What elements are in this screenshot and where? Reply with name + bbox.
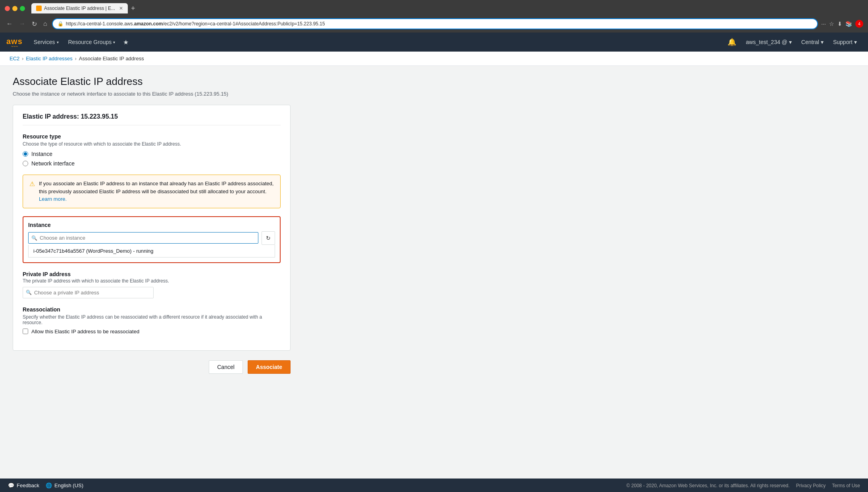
resource-type-label: Resource type — [23, 133, 281, 140]
new-tab-button[interactable]: + — [131, 4, 135, 13]
instance-dropdown-option[interactable]: i-05e347c71b46a5567 (WordPress_Demo) - r… — [28, 245, 275, 258]
footer-right: © 2008 - 2020, Amazon Web Services, Inc.… — [626, 483, 860, 488]
private-ip-input[interactable] — [23, 287, 154, 298]
services-label: Services — [34, 39, 55, 45]
private-ip-label: Private IP address — [23, 271, 281, 277]
footer-left: 💬 Feedback 🌐 English (US) — [8, 482, 83, 488]
copyright-text: © 2008 - 2020, Amazon Web Services, Inc.… — [626, 483, 789, 488]
resource-groups-nav-item[interactable]: Resource Groups ▾ — [64, 33, 120, 52]
breadcrumb-current: Associate Elastic IP address — [79, 56, 144, 62]
resource-type-radio-group: Instance Network interface — [23, 151, 281, 167]
footer: 💬 Feedback 🌐 English (US) © 2008 - 2020,… — [0, 479, 868, 492]
warning-icon: ⚠ — [29, 180, 35, 188]
user-avatar[interactable]: 4 — [855, 20, 863, 28]
instance-radio-item[interactable]: Instance — [23, 151, 281, 157]
language-selector[interactable]: 🌐 English (US) — [46, 482, 83, 488]
feedback-button[interactable]: 💬 Feedback — [8, 482, 39, 488]
breadcrumb-elastic-ips-link[interactable]: Elastic IP addresses — [26, 56, 73, 62]
terms-of-use-link[interactable]: Terms of Use — [832, 483, 860, 488]
reassociation-checkbox-input[interactable] — [23, 329, 28, 334]
page-title: Associate Elastic IP address — [13, 75, 855, 88]
reassociation-label: Reassociation — [23, 306, 281, 313]
support-menu[interactable]: Support ▾ — [828, 39, 862, 45]
browser-actions: ··· ☆ ⬇ 📚 4 — [821, 20, 863, 28]
instance-section: Instance 🔍 ↻ i-05e347c71b46a5567 (WordPr… — [23, 216, 281, 263]
instance-search-input[interactable] — [28, 232, 258, 244]
tab-close-button[interactable]: ✕ — [119, 6, 123, 11]
reassociation-desc: Specify whether the Elastic IP address c… — [23, 314, 281, 325]
tab-favicon — [36, 6, 42, 11]
privacy-policy-link[interactable]: Privacy Policy — [796, 483, 826, 488]
close-window-button[interactable] — [5, 6, 10, 11]
private-ip-search-icon: 🔍 — [26, 290, 32, 295]
breadcrumb-sep-1: › — [22, 56, 23, 62]
region-chevron-icon: ▾ — [821, 39, 824, 45]
reload-button[interactable]: ↻ — [30, 19, 38, 29]
maximize-window-button[interactable] — [20, 6, 25, 11]
lock-icon: 🔒 — [58, 21, 64, 27]
card-header: Elastic IP address: 15.223.95.15 — [23, 113, 281, 125]
private-ip-desc: The private IP address with which to ass… — [23, 278, 281, 284]
favorites-star-icon[interactable]: ★ — [120, 38, 132, 46]
learn-more-link[interactable]: Learn more. — [39, 196, 67, 202]
user-chevron-icon: ▾ — [789, 39, 792, 45]
services-chevron-icon: ▾ — [57, 40, 59, 44]
page-subtitle: Choose the instance or network interface… — [13, 91, 855, 97]
browser-chrome: Associate Elastic IP address | E... ✕ + — [0, 0, 868, 17]
minimize-window-button[interactable] — [12, 6, 17, 11]
resource-groups-chevron-icon: ▾ — [113, 40, 115, 44]
network-interface-radio-label: Network interface — [31, 160, 75, 167]
instance-radio-label: Instance — [31, 151, 52, 157]
globe-icon: 🌐 — [46, 482, 52, 488]
window-controls — [5, 6, 25, 11]
bookmarks-icon[interactable]: 📚 — [845, 21, 852, 27]
aws-logo-tilde: ~~~ — [6, 46, 23, 48]
network-interface-radio-item[interactable]: Network interface — [23, 160, 281, 167]
instance-radio-input[interactable] — [23, 151, 28, 157]
support-label: Support — [833, 39, 853, 45]
network-interface-radio-input[interactable] — [23, 161, 28, 166]
private-ip-search-wrapper: 🔍 — [23, 287, 154, 298]
private-ip-section: Private IP address The private IP addres… — [23, 271, 281, 298]
instance-search-wrapper: 🔍 ↻ — [28, 231, 275, 245]
region-menu[interactable]: Central ▾ — [797, 39, 828, 45]
warning-text: If you associate an Elastic IP address t… — [39, 180, 274, 203]
reassociation-checkbox-item[interactable]: Allow this Elastic IP address to be reas… — [23, 329, 281, 334]
bookmark-icon[interactable]: ☆ — [829, 21, 834, 27]
resource-type-desc: Choose the type of resource with which t… — [23, 141, 281, 147]
breadcrumb-sep-2: › — [75, 56, 77, 62]
breadcrumb: EC2 › Elastic IP addresses › Associate E… — [0, 52, 868, 66]
back-button[interactable]: ← — [5, 19, 14, 29]
instance-section-label: Instance — [28, 222, 275, 228]
cancel-button[interactable]: Cancel — [209, 360, 243, 374]
instance-refresh-button[interactable]: ↻ — [262, 231, 275, 245]
user-label: aws_test_234 @ — [746, 39, 787, 45]
support-chevron-icon: ▾ — [854, 39, 857, 45]
browser-tab[interactable]: Associate Elastic IP address | E... ✕ — [31, 3, 128, 13]
aws-nav: aws ~~~ Services ▾ Resource Groups ▾ ★ 🔔… — [0, 33, 868, 52]
associate-form-card: Elastic IP address: 15.223.95.15 Resourc… — [13, 105, 291, 351]
nav-right: 🔔 aws_test_234 @ ▾ Central ▾ Support ▾ — [723, 38, 862, 46]
reassociation-checkbox-label: Allow this Elastic IP address to be reas… — [31, 329, 139, 334]
refresh-icon: ↻ — [266, 235, 271, 241]
reassociation-section: Reassociation Specify whether the Elasti… — [23, 306, 281, 334]
forward-button[interactable]: → — [17, 19, 27, 29]
address-bar-row: ← → ↻ ⌂ 🔒 https://ca-central-1.console.a… — [0, 17, 868, 33]
user-menu[interactable]: aws_test_234 @ ▾ — [741, 39, 797, 45]
extensions-icon: ··· — [821, 21, 826, 27]
action-bar: Cancel Associate — [13, 360, 291, 374]
region-label: Central — [801, 39, 819, 45]
breadcrumb-ec2-link[interactable]: EC2 — [10, 56, 19, 62]
notifications-bell-icon[interactable]: 🔔 — [723, 38, 741, 46]
main-content: Associate Elastic IP address Choose the … — [0, 66, 868, 479]
associate-button[interactable]: Associate — [248, 360, 291, 374]
tab-title: Associate Elastic IP address | E... — [44, 6, 115, 11]
download-icon[interactable]: ⬇ — [837, 21, 842, 27]
services-nav-item[interactable]: Services ▾ — [29, 33, 64, 52]
home-button[interactable]: ⌂ — [42, 19, 49, 29]
instance-search-icon: 🔍 — [31, 235, 37, 241]
url-display: https://ca-central-1.console.aws.amazon.… — [66, 21, 325, 27]
address-bar[interactable]: 🔒 https://ca-central-1.console.aws.amazo… — [52, 18, 818, 29]
resource-type-section: Resource type Choose the type of resourc… — [23, 133, 281, 167]
resource-groups-label: Resource Groups — [68, 39, 112, 45]
